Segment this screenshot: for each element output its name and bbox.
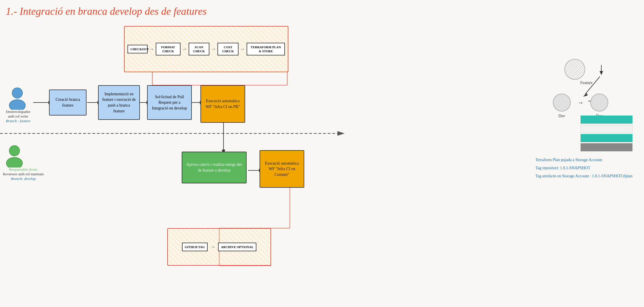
tech-branch: Branch: develop [3, 176, 44, 181]
pipeline-step-terraform-plan: TERRAFORM PLAN & STORE [247, 43, 285, 56]
pipeline-arrow-3: → [211, 46, 216, 52]
dev-role: amb rol write [6, 114, 30, 119]
dev2-circle-container: Dev [589, 92, 609, 118]
person-developer: Desenvolupador amb rol write Branch : fe… [6, 87, 30, 123]
dev-branch: Branch : feature [6, 119, 30, 123]
pipeline-bottom-steps: GITHUB TAG → ARCHIVE OPTIONAL [168, 229, 271, 265]
note-line-3: Tag artefacte en Storage Account : 1.0.1… [535, 172, 632, 180]
pipeline-bottom-container: GITHUB TAG → ARCHIVE OPTIONAL [167, 228, 271, 266]
pipeline-top-container: CHECKOUT → FORMAT CHECK → SCAN CHECK → C… [124, 26, 288, 72]
box-creacio: Creació branca feature [49, 90, 87, 116]
svg-point-35 [591, 94, 608, 111]
box-execucio-pr: Execució automàtica WF "Infra CI on PR" [200, 85, 245, 123]
svg-marker-5 [337, 131, 345, 136]
box-aprova: Aprova canvis i realitza merge des de fe… [182, 152, 247, 183]
note-line-1: Terraform Plan pujada a Storage Account [535, 156, 632, 164]
pipeline-step-github-tag: GITHUB TAG [182, 243, 208, 251]
dev-arrow-icon: → [578, 99, 583, 106]
right-diagram: Feature Dev → Dev [555, 58, 609, 118]
connectors-svg [0, 0, 644, 307]
pipeline-step-checkout: CHECKOUT [127, 45, 148, 53]
person-tech: Responsable tècnic Reviewer amb rol main… [3, 144, 44, 181]
right-notes: Terraform Plan pujada a Storage Account … [535, 156, 632, 180]
svg-point-29 [9, 100, 25, 110]
tech-role: Reviewer amb rol maintain [3, 172, 44, 176]
pipeline-arrow-2: → [182, 46, 187, 52]
pipeline-step-scan-check: SCAN CHECK [189, 43, 210, 56]
pipeline-arrow-4: → [240, 46, 245, 52]
storage-visual [581, 116, 632, 150]
storage-bar-2 [581, 125, 632, 133]
svg-point-28 [12, 88, 22, 98]
feature-label: Feature [563, 81, 609, 85]
dev1-circle-container: Dev [552, 92, 572, 118]
storage-bar-3 [581, 134, 632, 142]
dev-label: Desenvolupador [6, 109, 30, 114]
note-line-2: Tag repositori: 1.0.1-SNAPSHOT [535, 164, 632, 172]
pipeline-arrow-1: → [149, 46, 154, 52]
box-sol-licitud: Sol·licitud de Pull Request per a Integr… [147, 85, 192, 120]
svg-point-31 [6, 157, 22, 168]
dev1-label: Dev [552, 114, 572, 118]
svg-point-34 [553, 94, 570, 111]
dev2-circle [589, 92, 609, 113]
dev1-circle [552, 92, 572, 113]
pipeline-step-archive: ARCHIVE OPTIONAL [218, 243, 256, 251]
tech-label: Responsable tècnic [3, 167, 44, 172]
storage-bar-1 [581, 116, 632, 124]
feature-circle [563, 58, 586, 81]
page-title: 1.- Integració en branca develop des de … [6, 5, 206, 17]
storage-bar-4 [581, 143, 632, 151]
svg-point-30 [9, 146, 20, 156]
pipeline-arrow-bottom-1: → [211, 244, 215, 250]
pipeline-step-format-check: FORMAT CHECK [156, 43, 181, 56]
pipeline-top-steps: CHECKOUT → FORMAT CHECK → SCAN CHECK → C… [125, 27, 288, 72]
page: 1.- Integració en branca develop des de … [0, 0, 644, 307]
svg-point-33 [565, 59, 585, 79]
box-execucio-commit: Execució automàtica WF "Infra CI on Comm… [260, 150, 304, 188]
pipeline-step-cost-check: COST CHECK [217, 43, 239, 56]
box-implementacio: Implementació en feature i execució de p… [98, 85, 140, 120]
